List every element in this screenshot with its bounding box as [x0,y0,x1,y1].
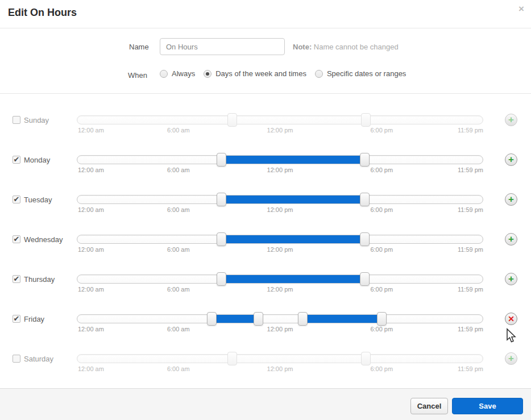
slider-handle[interactable] [361,113,371,127]
slider-track[interactable] [77,195,483,204]
when-label: When [128,71,147,80]
tick-label: 12:00 pm [267,206,293,213]
slider-handle[interactable] [207,312,217,326]
day-label: Monday [24,156,50,164]
slider-handle[interactable] [254,312,263,326]
day-checkbox[interactable] [13,116,20,124]
day-checkbox[interactable]: ✔ [13,196,20,203]
slider-handle[interactable] [360,193,370,206]
tick-label: 12:00 pm [267,127,293,134]
radio-label: Specific dates or ranges [327,69,406,78]
radio-option-days-of-week[interactable]: Days of the week and times [204,69,306,78]
slider-handle[interactable] [360,272,370,286]
slider-handle[interactable] [227,113,237,127]
add-range-button[interactable]: + [505,193,517,206]
slider-handle[interactable] [227,352,237,365]
slider-tick-labels: 12:00 am 6:00 am 12:00 pm 6:00 pm 11:59 … [77,127,483,135]
slider-handle[interactable] [360,232,370,246]
tick-label: 6:00 pm [370,365,393,372]
name-note: Note: Name cannot be changed [293,43,399,51]
slider-track[interactable] [77,354,483,363]
tick-label: 6:00 pm [370,246,393,253]
time-slider: 12:00 am 6:00 am 12:00 pm 6:00 pm 11:59 … [77,180,483,219]
day-label: Saturday [24,355,53,363]
time-slider: 12:00 am 6:00 am 12:00 pm 6:00 pm 11:59 … [77,299,483,339]
tick-label: 6:00 pm [370,286,393,293]
slider-tick-labels: 12:00 am 6:00 am 12:00 pm 6:00 pm 11:59 … [77,286,483,294]
radio-icon [160,70,168,78]
tick-label: 6:00 pm [370,127,393,134]
tick-label: 12:00 am [78,246,104,253]
slider-handle[interactable] [361,352,371,365]
tick-label: 11:59 pm [458,365,483,372]
days-section: Sunday 12:00 am 6:00 am 12:00 pm 6:00 pm… [0,100,531,379]
slider-selected-range [212,315,259,323]
slider-handle[interactable] [298,312,308,326]
slider-track[interactable] [77,275,483,284]
slider-track[interactable] [77,314,483,323]
save-button[interactable]: Save [452,398,523,414]
radio-option-always[interactable]: Always [160,69,195,78]
close-icon[interactable]: × [518,3,524,15]
day-row: ✔ Tuesday 12:00 am 6:00 am 12:00 pm 6:00… [0,180,531,219]
add-range-button[interactable]: + [505,114,517,126]
slider-selected-range [303,315,381,323]
dialog-title: Edit On Hours [8,7,77,19]
slider-selected-range [222,156,365,164]
tick-label: 11:59 pm [458,286,483,293]
tick-label: 12:00 pm [267,365,293,372]
slider-track[interactable] [77,155,483,164]
day-label: Tuesday [24,196,52,204]
day-checkbox[interactable] [13,355,20,363]
day-label: Sunday [24,116,49,124]
slider-handle[interactable] [217,153,226,167]
tick-label: 12:00 am [78,326,104,332]
name-input[interactable] [160,38,285,55]
time-slider: 12:00 am 6:00 am 12:00 pm 6:00 pm 11:59 … [77,219,483,259]
radio-label: Days of the week and times [215,69,306,78]
radio-option-specific-dates[interactable]: Specific dates or ranges [315,69,406,78]
add-range-button[interactable]: + [505,352,517,365]
time-slider: 12:00 am 6:00 am 12:00 pm 6:00 pm 11:59 … [77,100,483,140]
tick-label: 6:00 am [167,127,190,134]
tick-label: 11:59 pm [458,127,483,134]
day-label: Friday [24,315,44,323]
day-label: Thursday [24,275,55,284]
tick-label: 11:59 pm [458,246,483,253]
day-checkbox[interactable]: ✔ [13,235,20,243]
add-range-button[interactable]: + [505,273,517,285]
slider-selected-range [222,275,365,283]
mouse-cursor [505,328,517,344]
remove-range-button[interactable]: ✕ [505,313,517,325]
radio-label: Always [172,69,195,78]
slider-handle[interactable] [217,232,226,246]
add-range-button[interactable]: + [505,233,517,246]
tick-label: 6:00 pm [370,326,393,332]
day-checkbox[interactable]: ✔ [13,275,20,283]
tick-label: 6:00 am [167,246,190,253]
dialog-header: Edit On Hours × [0,0,531,28]
form-section: Name Note: Name cannot be changed When A… [0,29,531,94]
slider-track[interactable] [77,115,483,124]
cancel-button[interactable]: Cancel [410,398,448,414]
day-checkbox[interactable]: ✔ [13,156,20,164]
slider-handle[interactable] [360,153,370,167]
slider-handle[interactable] [217,193,226,206]
tick-label: 12:00 am [78,365,104,372]
slider-tick-labels: 12:00 am 6:00 am 12:00 pm 6:00 pm 11:59 … [77,246,483,254]
add-range-button[interactable]: + [505,153,517,166]
time-slider: 12:00 am 6:00 am 12:00 pm 6:00 pm 11:59 … [77,259,483,299]
slider-handle[interactable] [377,312,387,326]
day-row: Sunday 12:00 am 6:00 am 12:00 pm 6:00 pm… [0,100,531,140]
tick-label: 6:00 pm [370,206,393,213]
slider-handle[interactable] [217,272,226,286]
slider-tick-labels: 12:00 am 6:00 am 12:00 pm 6:00 pm 11:59 … [77,206,483,214]
radio-icon [204,70,211,78]
slider-track[interactable] [77,235,483,244]
tick-label: 6:00 am [167,286,190,293]
day-checkbox[interactable]: ✔ [13,315,20,323]
slider-tick-labels: 12:00 am 6:00 am 12:00 pm 6:00 pm 11:59 … [77,326,483,334]
slider-tick-labels: 12:00 am 6:00 am 12:00 pm 6:00 pm 11:59 … [77,365,483,373]
slider-selected-range [222,196,365,203]
time-slider: 12:00 am 6:00 am 12:00 pm 6:00 pm 11:59 … [77,339,483,379]
